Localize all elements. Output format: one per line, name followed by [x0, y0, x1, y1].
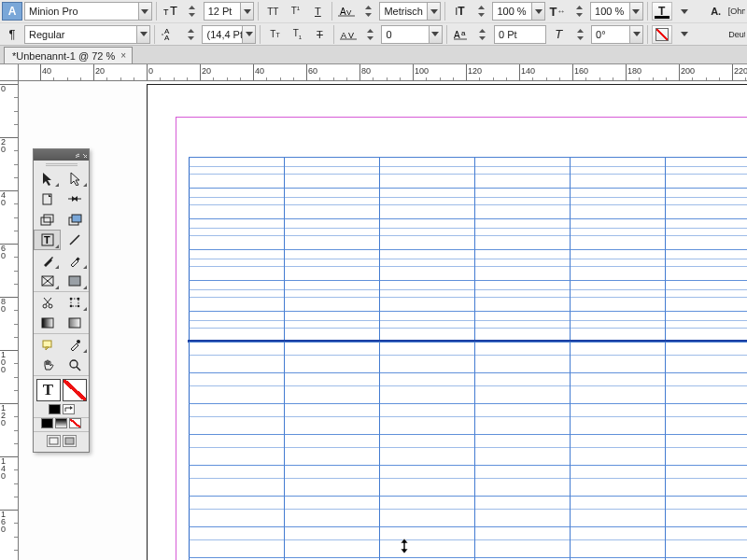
leading-stepper[interactable]	[181, 25, 200, 44]
svg-marker-26	[479, 29, 486, 33]
font-family-combo[interactable]: Minion Pro	[24, 2, 152, 21]
baseline-shift-stepper[interactable]	[473, 25, 492, 44]
chevron-down-icon[interactable]	[242, 26, 255, 43]
collapse-icon[interactable]	[75, 153, 79, 158]
free-transform-tool[interactable]	[62, 292, 89, 313]
vertical-ruler[interactable]: 020406080100120140160180	[0, 81, 19, 560]
baseline-shift-icon: Aa	[451, 25, 472, 44]
content-placer-tool[interactable]	[62, 209, 89, 230]
leading-icon: AA	[159, 25, 179, 44]
pen-tool[interactable]	[34, 250, 61, 271]
zoom-tool[interactable]	[62, 355, 89, 375]
chevron-down-icon[interactable]	[136, 26, 149, 43]
stroke-text-dropdown[interactable]	[674, 25, 695, 44]
panel-header[interactable]	[34, 149, 89, 161]
type-tool[interactable]: T	[34, 230, 61, 250]
svg-marker-33	[43, 173, 51, 186]
fill-text-dropdown[interactable]	[674, 2, 695, 21]
svg-rect-47	[76, 257, 79, 260]
gradient-feather-tool[interactable]	[62, 313, 89, 333]
document-tab-bar: *Unbenannt-1 @ 72 % ×	[0, 46, 747, 64]
panel-grip[interactable]	[34, 161, 89, 168]
apply-gradient[interactable]	[55, 418, 67, 428]
rectangle-tool[interactable]	[62, 271, 89, 291]
paragraph-panel-toggle[interactable]: ¶	[2, 25, 22, 44]
selection-tool[interactable]	[34, 168, 61, 189]
svg-marker-3	[189, 13, 195, 17]
chevron-down-icon[interactable]	[138, 3, 151, 20]
horizontal-ruler[interactable]: 4020020406080100120140160180200220	[19, 64, 747, 81]
language-icon	[706, 25, 726, 44]
kerning-stepper[interactable]	[359, 2, 377, 21]
underline-button[interactable]: T	[307, 2, 328, 21]
eyedropper-tool[interactable]	[62, 334, 89, 355]
ruler-origin[interactable]	[0, 64, 19, 81]
font-size-combo[interactable]: 12 Pt	[204, 2, 255, 21]
chevron-down-icon[interactable]	[427, 3, 440, 20]
pencil-tool[interactable]	[62, 250, 89, 271]
chevron-down-icon[interactable]	[629, 3, 642, 20]
swap-fill-stroke[interactable]	[63, 404, 75, 414]
strikethrough-button[interactable]: T	[309, 25, 330, 44]
svg-marker-7	[365, 6, 372, 9]
format-text-fill[interactable]: T	[36, 379, 61, 401]
svg-point-58	[78, 298, 80, 301]
svg-marker-68	[70, 406, 73, 410]
workspace: 4020020406080100120140160180200220 02040…	[0, 64, 747, 560]
hand-tool[interactable]	[34, 355, 61, 375]
svg-marker-27	[479, 36, 486, 40]
subscript-button[interactable]: T1	[287, 25, 307, 44]
chevron-down-icon[interactable]	[531, 3, 544, 20]
gradient-swatch-tool[interactable]	[34, 313, 61, 333]
scissors-tool[interactable]	[34, 292, 61, 313]
character-panel-toggle[interactable]: A	[2, 2, 22, 21]
tracking-stepper[interactable]	[360, 25, 379, 44]
vertical-scale-combo[interactable]: 100 %	[492, 2, 545, 21]
document-tab[interactable]: *Unbenannt-1 @ 72 % ×	[4, 47, 133, 63]
small-caps-button[interactable]: TT	[264, 25, 285, 44]
vertical-scale-stepper[interactable]	[472, 2, 490, 21]
page-tool[interactable]	[34, 189, 61, 209]
close-icon[interactable]	[82, 153, 87, 158]
apply-color[interactable]	[41, 418, 53, 428]
vertical-scale-icon: IT	[449, 2, 470, 21]
chevron-down-icon[interactable]	[429, 26, 442, 43]
default-fill-stroke[interactable]	[49, 404, 61, 414]
gap-tool[interactable]	[62, 189, 89, 209]
apply-none[interactable]	[69, 418, 81, 428]
skew-stepper[interactable]	[571, 25, 589, 44]
rectangle-frame-tool[interactable]	[34, 271, 61, 291]
skew-combo[interactable]: 0°	[591, 25, 643, 44]
svg-marker-10	[478, 13, 485, 17]
close-icon[interactable]: ×	[120, 50, 126, 61]
svg-rect-40	[41, 217, 50, 225]
kerning-combo[interactable]: Metrisch	[379, 2, 441, 21]
horizontal-scale-value: 100 %	[591, 6, 629, 17]
chevron-down-icon[interactable]	[629, 26, 642, 43]
superscript-button[interactable]: T1	[285, 2, 305, 21]
table-frame[interactable]	[189, 157, 747, 560]
view-mode-preview[interactable]	[63, 435, 77, 447]
tracking-combo[interactable]: 0	[381, 25, 442, 44]
chevron-down-icon[interactable]	[240, 3, 253, 20]
all-caps-button[interactable]: TT	[262, 2, 283, 21]
canvas-area[interactable]	[19, 81, 747, 560]
svg-point-57	[70, 298, 73, 301]
horizontal-scale-stepper[interactable]	[570, 2, 588, 21]
fill-text-color[interactable]: T	[652, 2, 672, 21]
font-style-combo[interactable]: Regular	[24, 25, 150, 44]
baseline-shift-field[interactable]: 0 Pt	[494, 25, 546, 44]
tools-panel[interactable]: T T	[33, 148, 90, 453]
content-collector-tool[interactable]	[34, 209, 61, 230]
format-text-stroke[interactable]	[63, 379, 87, 401]
note-tool[interactable]	[34, 334, 61, 355]
direct-selection-tool[interactable]	[62, 168, 89, 189]
view-mode-normal[interactable]	[47, 435, 61, 447]
font-size-stepper[interactable]	[183, 2, 202, 21]
horizontal-scale-combo[interactable]: 100 %	[590, 2, 643, 21]
svg-rect-69	[49, 438, 58, 444]
stroke-text-color[interactable]	[652, 25, 672, 44]
kerning-icon: AV	[336, 2, 357, 21]
line-tool[interactable]	[62, 230, 89, 250]
leading-combo[interactable]: (14,4 Pt)	[202, 25, 256, 44]
